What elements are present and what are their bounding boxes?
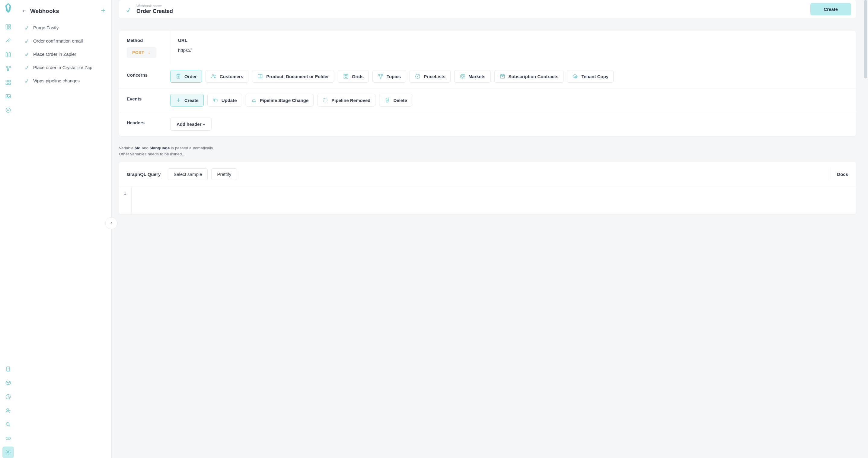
svg-rect-0 [6,25,8,29]
graphql-query-label: GraphQL Query [127,172,161,177]
event-chip-create[interactable]: Create [170,94,204,106]
rail-shapes-icon[interactable] [2,63,14,74]
svg-rect-25 [346,74,348,76]
config-card: Method POST URL https:// Concerns [119,31,856,136]
url-input[interactable]: https:// [178,48,848,53]
graphql-editor[interactable]: 1 [119,187,856,214]
grid-icon [343,73,349,79]
editor-textarea[interactable] [132,187,856,214]
svg-point-6 [7,69,9,71]
method-label: Method [127,38,170,43]
concern-chip-customers[interactable]: Customers [206,70,248,83]
svg-point-19 [7,452,9,453]
event-chip-update[interactable]: Update [207,94,242,106]
svg-point-32 [462,75,464,77]
webhook-icon [24,51,30,57]
target-icon [459,73,465,79]
svg-rect-36 [323,98,327,102]
events-chips: Create Update Pipeline Stage Change [170,94,848,106]
webhook-icon [24,65,30,70]
concern-chip-order[interactable]: Order [170,70,202,83]
rail-customers-icon[interactable] [2,405,14,416]
sidebar-title: Webhooks [30,8,97,14]
svg-point-3 [9,39,10,40]
rail-settings-icon[interactable] [2,447,14,458]
webhook-list: Purge Fastly Order confirmation email Pl… [22,22,106,86]
svg-rect-1 [9,25,10,27]
webhook-icon [24,38,30,43]
concern-chip-product[interactable]: Product, Document or Folder [252,70,334,83]
prettify-button[interactable]: Prettify [211,168,237,180]
cloud-copy-icon [572,73,578,79]
sidebar: Webhooks Purge Fastly Order confirmation… [16,0,112,458]
arrow-down-icon [147,51,151,54]
calendar-refresh-icon [499,73,505,79]
svg-point-29 [381,74,383,75]
icon-rail [0,0,16,458]
svg-rect-27 [346,77,348,78]
webhook-header-card: Webhook name Order Created Create [119,0,856,19]
sidebar-item-label: Place Order in Zapier [33,52,76,57]
create-button[interactable]: Create [810,3,851,15]
graphql-query-card: GraphQL Query Select sample Prettify Doc… [119,162,856,214]
svg-point-16 [7,408,9,411]
book-icon [257,73,263,79]
method-select[interactable]: POST [127,47,156,58]
sidebar-item-webhook[interactable]: Vipps pipeline changes [22,75,106,86]
rail-search-icon[interactable] [2,419,14,430]
rail-orders-icon[interactable] [2,363,14,375]
rail-catalogue-icon[interactable] [2,21,14,33]
concern-chip-tenant-copy[interactable]: Tenant Copy [567,70,614,83]
sidebar-item-label: Place order in Crystallize Zap [33,65,92,70]
rail-box-icon[interactable] [2,377,14,389]
badge-percent-icon [415,73,421,79]
select-sample-button[interactable]: Select sample [168,168,208,180]
svg-rect-26 [344,77,345,78]
event-chip-pipeline-removed[interactable]: Pipeline Removed [317,94,375,106]
plus-icon [175,97,181,103]
rail-analytics-icon[interactable] [2,391,14,402]
event-chip-delete[interactable]: Delete [379,94,412,106]
concern-chip-topics[interactable]: Topics [372,70,406,83]
scrollbar-track[interactable] [863,0,868,458]
webhook-name-label: Webhook name [136,4,806,8]
back-arrow-icon[interactable] [22,8,27,14]
sidebar-item-webhook[interactable]: Order confirmation email [22,35,106,46]
rail-pricing-icon[interactable] [2,104,14,116]
rail-translate-icon[interactable] [2,433,14,444]
webhook-name-input[interactable]: Order Created [136,8,806,14]
copy-icon [213,97,218,103]
docs-button[interactable]: Docs [829,168,856,180]
svg-rect-8 [9,80,10,82]
sidebar-item-webhook[interactable]: Place order in Crystallize Zap [22,62,106,73]
sidebar-item-label: Order confirmation email [33,38,83,43]
rail-grids-icon[interactable] [2,77,14,88]
method-value: POST [132,50,144,55]
rail-media-icon[interactable] [2,91,14,102]
event-chip-pipeline-stage[interactable]: Pipeline Stage Change [246,94,314,106]
add-webhook-button[interactable] [100,7,106,15]
url-label: URL [178,38,848,43]
scrollbar-thumb[interactable] [864,0,867,78]
svg-rect-9 [6,83,8,85]
collapse-sidebar-button[interactable] [105,217,117,229]
webhook-icon [24,25,30,30]
concern-chip-markets[interactable]: Markets [454,70,491,83]
sidebar-item-label: Purge Fastly [33,25,59,30]
svg-point-28 [378,74,380,75]
topics-icon [378,73,383,79]
crystallize-logo-icon[interactable] [4,3,12,13]
sidebar-item-webhook[interactable]: Purge Fastly [22,22,106,33]
rail-webhooks-icon[interactable] [2,35,14,46]
sidebar-item-webhook[interactable]: Place Order in Zapier [22,48,106,60]
trash-icon [384,97,390,103]
users-icon [211,73,217,79]
clipboard-icon [175,73,181,79]
add-header-button[interactable]: Add header + [170,118,212,131]
svg-rect-10 [9,83,10,85]
rail-docs-icon[interactable] [2,49,14,60]
concern-chip-subscriptions[interactable]: Subscription Contracts [494,70,564,83]
concern-chip-pricelists[interactable]: PriceLists [409,70,451,83]
concern-chip-grids[interactable]: Grids [338,70,369,83]
webhook-icon [126,6,132,13]
